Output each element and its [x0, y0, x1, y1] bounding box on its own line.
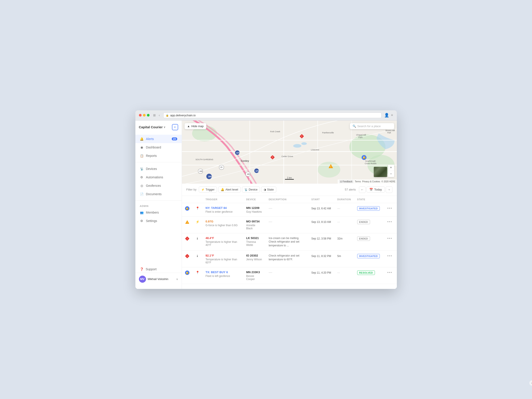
scale-bar	[285, 179, 294, 180]
alert-level-filter-button[interactable]: 🔔 Alert level	[218, 187, 241, 192]
state-cell: RESOLVED	[354, 267, 383, 284]
device-id: MN 233K3	[246, 271, 263, 274]
svg-text:!: !	[187, 255, 187, 257]
minimize-button[interactable]	[143, 114, 146, 117]
sidebar-item-geofences[interactable]: Geofences	[135, 181, 182, 190]
map-marker-bell[interactable]: 🔔	[361, 155, 367, 161]
alerts-badge: 23	[172, 137, 177, 140]
row-type-cell: ⚡	[193, 216, 203, 233]
trigger-filter-button[interactable]: ⚡ Trigger	[199, 187, 217, 192]
add-button[interactable]: +	[172, 124, 178, 130]
privacy-link[interactable]: Privacy & Cookies	[362, 180, 380, 183]
maximize-button[interactable]	[147, 114, 150, 117]
col-start: START	[308, 196, 334, 203]
sidebar-item-devices[interactable]: Devices	[135, 165, 182, 173]
hide-map-button[interactable]: ▲ Hide map	[184, 123, 207, 129]
description-text: —	[269, 271, 272, 274]
table-row: ! 🌡 48.4°F Temperature is higher than 40…	[182, 233, 397, 251]
row-type-cell: 🌡	[193, 233, 203, 251]
prev-date-button[interactable]: ←	[359, 186, 366, 193]
map-container: SOUTH GARDENS Conley Cedar Grove Linecre…	[182, 120, 397, 184]
device-person: Jenny Wilson	[246, 258, 263, 261]
start-date: Sep 12, 3:58 PM	[311, 237, 331, 240]
row-icon-cell: 🔔	[182, 267, 193, 284]
actions-cell: •••	[383, 233, 397, 251]
more-actions-button[interactable]: •••	[386, 220, 394, 223]
svg-text:Cross Roads: Cross Roads	[365, 162, 376, 165]
trigger-name[interactable]: 0.97G	[206, 220, 240, 223]
sidebar-item-support[interactable]: Support	[135, 266, 182, 273]
trigger-name[interactable]: 48.4°F	[206, 236, 240, 240]
sidebar-item-settings[interactable]: Settings	[135, 217, 182, 225]
trigger-cell: TX: BEST BUY 6 Fleet is left geofence	[203, 267, 243, 284]
more-actions-button[interactable]: •••	[386, 236, 394, 240]
trigger-name[interactable]: TX: BEST BUY 6	[206, 271, 240, 274]
description-cell: —	[266, 203, 308, 216]
more-actions-button[interactable]: •••	[386, 254, 394, 258]
svg-point-6	[301, 142, 307, 145]
more-actions-button[interactable]: •••	[386, 206, 394, 210]
trigger-name[interactable]: NY: TARGET 84	[206, 206, 240, 209]
map-marker-alert-2[interactable]: !	[270, 155, 275, 161]
map-search-input[interactable]: 🔍 Search for a place	[350, 123, 394, 129]
duration-text: 5m	[337, 254, 341, 258]
sidebar-item-alerts[interactable]: Alerts 23	[135, 135, 182, 143]
nav-divider-admin	[135, 201, 182, 201]
address-bar[interactable]: 🔒 app.deliverychain.io	[163, 113, 381, 118]
description-cell: Ice-cream can be melting. Check refriger…	[266, 233, 308, 251]
table-body: 🔔 📍 NY: TARGET 84 Fleet is enter geofenc…	[182, 203, 397, 284]
svg-text:Chapel Hill: Chapel Hill	[356, 134, 366, 136]
profile-icon[interactable]: 👤	[384, 113, 389, 118]
state-filter-button[interactable]: ◑ State	[261, 187, 276, 192]
actions-cell: •••	[383, 267, 397, 284]
duration-cell: 5m	[334, 251, 354, 267]
map-satellite-thumbnail[interactable]	[374, 167, 387, 177]
sidebar-brand: Capital Courier ∨ +	[135, 124, 182, 135]
trigger-name[interactable]: 92.1°F	[206, 254, 240, 257]
brand-name[interactable]: Capital Courier ∨	[139, 125, 166, 129]
next-date-button[interactable]: →	[386, 186, 393, 193]
more-actions-button[interactable]: •••	[386, 271, 394, 274]
today-button[interactable]: 📅 Today	[367, 187, 385, 192]
row-icon-cell: !	[182, 216, 193, 233]
sidebar-item-dashboard[interactable]: Dashboard	[135, 143, 182, 152]
terms-link[interactable]: Terms	[355, 180, 361, 183]
map-marker-warning[interactable]: !	[328, 164, 334, 170]
close-button[interactable]	[139, 114, 142, 117]
svg-text:160: 160	[199, 170, 202, 172]
map-marker-alert-1[interactable]: !	[299, 134, 304, 139]
table-row: ! ⚡ 0.97G G-force is higher than 0.6G	[182, 216, 397, 233]
trigger-desc: Temperature is higher than 40°F	[206, 240, 240, 247]
sidebar-item-members[interactable]: Members	[135, 208, 182, 217]
zoom-out-button[interactable]: −	[388, 171, 394, 177]
col-duration: DURATION	[334, 196, 354, 203]
duration-text: 32m	[337, 237, 342, 240]
window-toggle-icon[interactable]: ⊞	[152, 113, 157, 117]
svg-text:675: 675	[236, 152, 240, 154]
device-filter-icon: 📡	[244, 188, 248, 191]
sidebar-item-documents[interactable]: Documents	[135, 190, 182, 198]
svg-text:🔔: 🔔	[362, 156, 366, 159]
svg-text:Park: Park	[358, 136, 362, 138]
device-id: IO 20302	[246, 254, 263, 257]
state-badge: INVESTIGATED	[357, 254, 380, 258]
state-filter-icon: ◑	[264, 188, 266, 191]
support-icon	[140, 267, 144, 271]
satellite-image	[374, 167, 387, 177]
date-navigation: ← 📅 Today →	[359, 186, 393, 193]
start-cell: Sep 13, 6:42 AM	[308, 203, 334, 216]
documents-icon	[140, 192, 144, 196]
description-cell: Check refrigerator and set temperature t…	[266, 251, 308, 267]
feedback-btn[interactable]: ⊡ Feedback	[339, 180, 353, 183]
sidebar: Capital Courier ∨ + Alerts 23 Dashboard	[135, 120, 182, 289]
device-filter-label: Device	[249, 188, 258, 191]
zoom-in-button[interactable]: +	[388, 165, 394, 171]
back-button[interactable]: ‹	[158, 113, 161, 117]
map-attribution: ⊡ Feedback Terms Privacy & Cookies © 202…	[338, 179, 397, 184]
new-tab-button[interactable]: +	[391, 113, 393, 118]
chevron-up-icon: ▲	[187, 125, 190, 128]
device-filter-button[interactable]: 📡 Device	[242, 187, 260, 192]
sidebar-item-automations[interactable]: Automations	[135, 173, 182, 181]
sidebar-item-reports[interactable]: Reports	[135, 152, 182, 160]
row-icon-cell: 🔔	[182, 203, 193, 216]
